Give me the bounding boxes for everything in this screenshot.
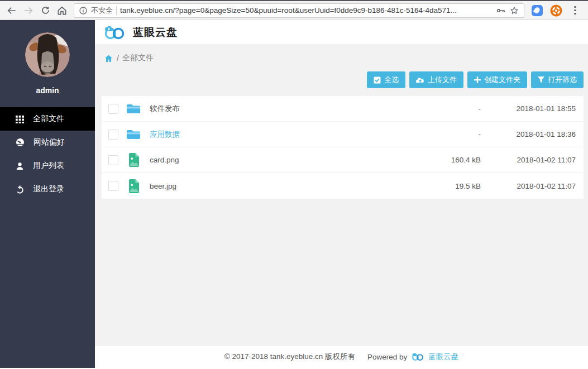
app-header: 蓝眼云盘 (95, 20, 588, 44)
info-icon[interactable] (79, 6, 88, 15)
sidebar-menu: 全部文件 网站偏好 用户列表 退出登录 (0, 107, 95, 201)
row-checkbox[interactable] (108, 130, 118, 140)
file-row[interactable]: card.png 160.4 kB 2018-01-02 11:07 (102, 147, 584, 173)
row-checkbox[interactable] (108, 104, 118, 114)
breadcrumb-current[interactable]: 全部文件 (122, 53, 154, 63)
back-button[interactable] (4, 3, 19, 18)
dashboard-icon (16, 138, 25, 147)
file-name[interactable]: 应用数据 (150, 130, 414, 140)
content: / 全部文件 全选 上传文件 创建文件夹 打开筛选 (95, 44, 588, 345)
star-icon[interactable] (509, 6, 519, 16)
browser-menu-button[interactable] (567, 3, 584, 18)
address-bar[interactable]: 不安全 tank.eyeblue.cn/?page=0&pageSize=50&… (74, 3, 524, 18)
breadcrumb-separator: / (117, 54, 119, 63)
select-all-button[interactable]: 全选 (367, 71, 405, 88)
app-footer: © 2017-2018 tank.eyeblue.cn 版权所有 Powered… (95, 345, 588, 368)
sidebar: admin 全部文件 网站偏好 用户列表 退出登录 (0, 20, 95, 368)
file-row[interactable]: 软件发布 - 2018-01-01 18:55 (102, 96, 584, 122)
file-name[interactable]: 软件发布 (150, 104, 414, 114)
copyright-text: © 2017-2018 tank.eyeblue.cn 版权所有 (224, 352, 355, 362)
app-title: 蓝眼云盘 (133, 25, 178, 40)
sidebar-item-label: 用户列表 (33, 161, 64, 171)
plus-icon (474, 76, 481, 83)
sidebar-item-logout[interactable]: 退出登录 (0, 178, 95, 201)
sidebar-item-label: 网站偏好 (34, 137, 65, 147)
grid-icon (16, 115, 24, 123)
file-size: - (414, 130, 481, 138)
security-label: 不安全 (91, 6, 113, 16)
url-text[interactable]: tank.eyeblue.cn/?page=0&pageSize=50&puui… (120, 6, 493, 15)
file-date: 2018-01-02 11:07 (481, 156, 576, 164)
sidebar-item-label: 退出登录 (33, 184, 64, 194)
row-checkbox[interactable] (108, 155, 118, 165)
filter-icon (538, 76, 544, 83)
menu-dots-icon (569, 6, 581, 15)
reload-icon (40, 5, 51, 16)
extension-orange-button[interactable] (548, 3, 565, 18)
browser-toolbar: 不安全 tank.eyeblue.cn/?page=0&pageSize=50&… (0, 0, 588, 20)
omnibox-divider (116, 6, 117, 15)
cloud-upload-icon (416, 76, 424, 84)
home-button[interactable] (55, 3, 69, 18)
image-file-icon (126, 179, 141, 193)
create-folder-button[interactable]: 创建文件夹 (467, 71, 527, 88)
home-icon (56, 5, 68, 16)
action-toolbar: 全选 上传文件 创建文件夹 打开筛选 (102, 71, 584, 88)
reload-button[interactable] (38, 3, 52, 18)
main-area: 蓝眼云盘 / 全部文件 全选 上传文件 创建文件夹 (95, 20, 588, 368)
check-square-icon (374, 76, 381, 84)
file-size: - (414, 104, 481, 113)
powered-by: Powered by 蓝眼云盘 (367, 352, 458, 362)
breadcrumb: / 全部文件 (102, 44, 584, 64)
folder-icon (126, 103, 141, 114)
app-frame: admin 全部文件 网站偏好 用户列表 退出登录 (0, 20, 588, 368)
file-name[interactable]: beer.jpg (150, 182, 414, 190)
file-date: 2018-01-01 18:36 (481, 130, 576, 138)
file-row[interactable]: beer.jpg 19.5 kB 2018-01-02 11:07 (102, 173, 584, 199)
sidebar-item-all-files[interactable]: 全部文件 (0, 107, 95, 131)
file-date: 2018-01-01 18:55 (481, 104, 576, 113)
key-icon[interactable] (496, 6, 506, 16)
forward-button[interactable] (21, 3, 36, 18)
forward-icon (23, 5, 34, 16)
infinity-cloud-logo (103, 25, 126, 40)
sidebar-item-site-preferences[interactable]: 网站偏好 (0, 131, 95, 154)
folder-icon (126, 129, 141, 140)
extension-blue-icon (532, 5, 543, 16)
file-list: 软件发布 - 2018-01-01 18:55 应用数据 - 2018-01-0… (102, 96, 584, 199)
username: admin (0, 86, 95, 95)
home-icon[interactable] (104, 54, 113, 63)
file-size: 19.5 kB (414, 182, 481, 190)
row-checkbox[interactable] (108, 181, 118, 191)
brand-link[interactable]: 蓝眼云盘 (428, 352, 458, 362)
open-filter-button[interactable]: 打开筛选 (531, 71, 584, 88)
file-size: 160.4 kB (414, 156, 481, 164)
extension-orange-icon (550, 4, 562, 17)
sidebar-item-label: 全部文件 (33, 114, 64, 124)
infinity-cloud-logo (410, 352, 425, 361)
powered-by-text: Powered by (367, 353, 407, 361)
back-icon (6, 5, 17, 16)
avatar[interactable] (25, 32, 70, 77)
sidebar-item-user-list[interactable]: 用户列表 (0, 154, 95, 178)
file-date: 2018-01-02 11:07 (481, 182, 576, 190)
extension-blue-button[interactable] (529, 3, 546, 18)
image-file-icon (126, 153, 141, 167)
user-icon (16, 162, 24, 170)
power-icon (16, 185, 24, 194)
file-name[interactable]: card.png (150, 156, 414, 164)
upload-file-button[interactable]: 上传文件 (409, 71, 463, 88)
file-row[interactable]: 应用数据 - 2018-01-01 18:36 (102, 122, 584, 147)
